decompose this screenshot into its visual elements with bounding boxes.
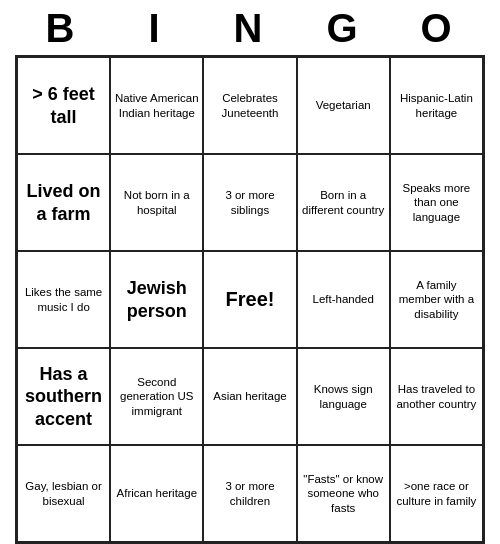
cell-text: 3 or more siblings <box>207 188 292 217</box>
cell-text: Speaks more than one language <box>394 181 479 224</box>
cell-text: Left-handed <box>313 292 374 306</box>
bingo-cell[interactable]: Hispanic-Latin heritage <box>390 57 483 154</box>
cell-text: Not born in a hospital <box>114 188 199 217</box>
title-letter: B <box>40 6 84 51</box>
bingo-cell[interactable]: Not born in a hospital <box>110 154 203 251</box>
cell-text: Gay, lesbian or bisexual <box>21 479 106 508</box>
title-letter: G <box>322 6 366 51</box>
bingo-cell[interactable]: Native American Indian heritage <box>110 57 203 154</box>
title-letter: I <box>134 6 178 51</box>
bingo-cell[interactable]: Born in a different country <box>297 154 390 251</box>
bingo-cell[interactable]: Gay, lesbian or bisexual <box>17 445 110 542</box>
cell-text: 3 or more children <box>207 479 292 508</box>
title-letter: O <box>416 6 460 51</box>
bingo-cell[interactable]: A family member with a disability <box>390 251 483 348</box>
cell-text: Asian heritage <box>213 389 287 403</box>
bingo-cell[interactable]: > 6 feet tall <box>17 57 110 154</box>
cell-text: Lived on a farm <box>21 180 106 225</box>
bingo-title: BINGO <box>15 0 485 55</box>
bingo-cell[interactable]: "Fasts" or know someone who fasts <box>297 445 390 542</box>
bingo-cell[interactable]: Second generation US immigrant <box>110 348 203 445</box>
bingo-cell[interactable]: >one race or culture in family <box>390 445 483 542</box>
bingo-cell[interactable]: African heritage <box>110 445 203 542</box>
cell-text: > 6 feet tall <box>21 83 106 128</box>
cell-text: Born in a different country <box>301 188 386 217</box>
title-letter: N <box>228 6 272 51</box>
cell-text: Free! <box>226 287 275 312</box>
bingo-cell[interactable]: Left-handed <box>297 251 390 348</box>
cell-text: Jewish person <box>114 277 199 322</box>
bingo-cell[interactable]: Asian heritage <box>203 348 296 445</box>
cell-text: Has a southern accent <box>21 363 106 431</box>
cell-text: African heritage <box>117 486 198 500</box>
bingo-cell[interactable]: 3 or more siblings <box>203 154 296 251</box>
bingo-cell[interactable]: Vegetarian <box>297 57 390 154</box>
bingo-cell[interactable]: Free! <box>203 251 296 348</box>
bingo-grid: > 6 feet tallNative American Indian heri… <box>15 55 485 544</box>
cell-text: Native American Indian heritage <box>114 91 199 120</box>
cell-text: Hispanic-Latin heritage <box>394 91 479 120</box>
bingo-cell[interactable]: Knows sign language <box>297 348 390 445</box>
cell-text: Knows sign language <box>301 382 386 411</box>
bingo-cell[interactable]: Has traveled to another country <box>390 348 483 445</box>
cell-text: Has traveled to another country <box>394 382 479 411</box>
cell-text: Second generation US immigrant <box>114 375 199 418</box>
bingo-cell[interactable]: Speaks more than one language <box>390 154 483 251</box>
cell-text: Celebrates Juneteenth <box>207 91 292 120</box>
cell-text: "Fasts" or know someone who fasts <box>301 472 386 515</box>
cell-text: Vegetarian <box>316 98 371 112</box>
cell-text: Likes the same music I do <box>21 285 106 314</box>
bingo-cell[interactable]: Jewish person <box>110 251 203 348</box>
bingo-cell[interactable]: Celebrates Juneteenth <box>203 57 296 154</box>
bingo-cell[interactable]: Has a southern accent <box>17 348 110 445</box>
cell-text: >one race or culture in family <box>394 479 479 508</box>
bingo-cell[interactable]: 3 or more children <box>203 445 296 542</box>
bingo-cell[interactable]: Lived on a farm <box>17 154 110 251</box>
cell-text: A family member with a disability <box>394 278 479 321</box>
bingo-cell[interactable]: Likes the same music I do <box>17 251 110 348</box>
